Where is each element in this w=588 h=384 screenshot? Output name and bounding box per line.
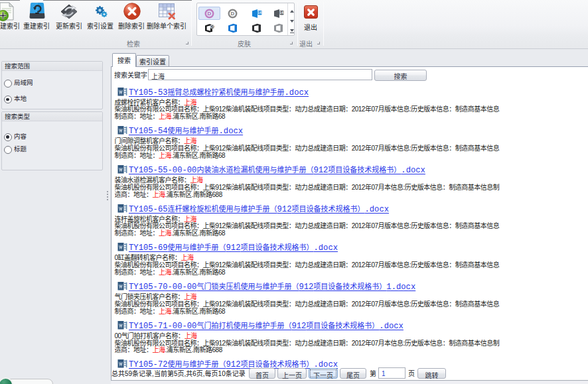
svg-text:16: 16 bbox=[210, 25, 214, 29]
svg-text:D: D bbox=[208, 11, 212, 17]
svg-text:16: 16 bbox=[279, 11, 283, 15]
svg-text:D: D bbox=[231, 11, 235, 17]
svg-text:16: 16 bbox=[257, 11, 261, 15]
